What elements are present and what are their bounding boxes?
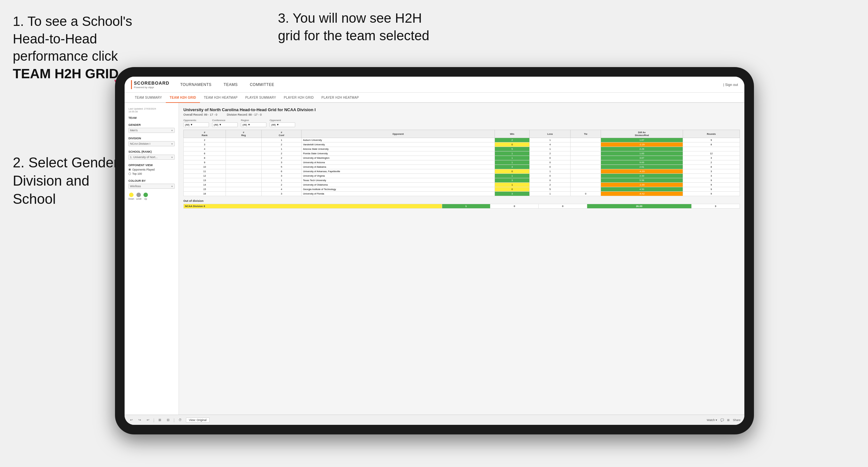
sign-out-link[interactable]: | Sign out: [723, 83, 738, 87]
division-section: Division NCAA Division I: [128, 137, 175, 146]
logo-bar-icon: [131, 80, 132, 89]
opponent-view-label: Opponent View: [128, 163, 175, 167]
cell-loss: 1: [530, 138, 570, 143]
cell-tie: [570, 169, 601, 174]
tab-team-h2h-heatmap[interactable]: TEAM H2H HEATMAP: [200, 93, 242, 103]
legend-level: Level: [136, 193, 142, 200]
cell-win: 2: [495, 138, 529, 143]
col-conf: #Conf: [261, 130, 302, 138]
toolbar-back[interactable]: ↩: [145, 417, 151, 422]
radio-top100[interactable]: Top 100: [128, 172, 175, 175]
col-tie: Tie: [570, 130, 601, 138]
cell-diff: 5.56: [601, 178, 683, 183]
nav-tournaments[interactable]: TOURNAMENTS: [179, 83, 213, 87]
cell-loss: 1: [530, 192, 570, 196]
legend-level-circle: [136, 193, 141, 197]
cell-opponent: University of Arizona: [302, 160, 495, 165]
toolbar-copy[interactable]: ⊞: [157, 417, 163, 422]
cell-reg: [225, 160, 261, 165]
cell-rank: 11: [184, 169, 226, 174]
toolbar-watch[interactable]: Watch ▾: [707, 418, 717, 422]
last-updated: Last Updated: 27/03/2024 16:55:38: [128, 107, 175, 113]
opponent-select[interactable]: (All) ▼: [270, 122, 295, 127]
logo-text: SCOREBOARD: [134, 81, 169, 86]
out-division-row: NCAA Division II 1 0 0 26.00 3: [184, 204, 740, 209]
cell-rounds: 3: [683, 169, 740, 174]
toolbar-share[interactable]: Share: [733, 418, 741, 422]
cell-conf: 3: [261, 160, 302, 165]
school-select[interactable]: 1. University of Nort...: [128, 155, 175, 160]
region-select[interactable]: (All) ▼: [241, 122, 267, 127]
cell-rank: 16: [184, 192, 226, 196]
cell-win: 1: [495, 156, 529, 160]
cell-diff: -2.29: [601, 143, 683, 147]
cell-loss: 1: [530, 147, 570, 151]
cell-tie: [570, 165, 601, 169]
out-of-division-table: NCAA Division II 1 0 0 26.00 3: [183, 204, 740, 209]
cell-conf: 2: [261, 156, 302, 160]
tab-team-summary[interactable]: TEAM SUMMARY: [131, 93, 166, 103]
table-row: 10 5 University of Alabama 3 0 2.61 8: [184, 165, 740, 169]
cell-tie: [570, 138, 601, 143]
cell-rank: 8: [184, 156, 226, 160]
toolbar-clock[interactable]: ⏱: [177, 417, 183, 422]
toolbar-redo[interactable]: ↪: [137, 417, 143, 422]
toolbar-comment[interactable]: 💬: [720, 418, 724, 422]
main-content: Last Updated: 27/03/2024 16:55:38 Team G…: [125, 103, 744, 415]
table-row: 8 2 University of Washington 1 0 3.67 3: [184, 156, 740, 160]
toolbar-view-original[interactable]: View: Original: [186, 417, 209, 423]
cell-loss: 0: [530, 156, 570, 160]
cell-win: 1: [495, 151, 529, 156]
cell-win: 3: [495, 165, 529, 169]
table-row: 14 2 University of Oklahoma 1 2 -1.00 9: [184, 183, 740, 187]
tab-player-h2h-heatmap[interactable]: PLAYER H2H HEATMAP: [317, 93, 363, 103]
cell-rank: 3: [184, 143, 226, 147]
toolbar-undo[interactable]: ↩: [128, 417, 134, 422]
cell-win: 5: [495, 147, 529, 151]
nav-committee[interactable]: COMMITTEE: [249, 83, 276, 87]
cell-win: 1: [495, 174, 529, 178]
grid-title: University of North Carolina Head-to-Hea…: [183, 107, 740, 112]
cell-loss: 0: [530, 178, 570, 183]
opponent-view-section: Opponent View Opponents Played Top 100: [128, 163, 175, 175]
cell-tie: 0: [570, 192, 601, 196]
cell-rounds: 2: [683, 160, 740, 165]
nav-bar: SCOREBOARD Powered by clippi TOURNAMENTS…: [125, 77, 744, 93]
cell-rank: 9: [184, 160, 226, 165]
legend: Down Level Up: [128, 193, 175, 200]
gender-select[interactable]: Men's: [128, 128, 175, 133]
cell-tie: [570, 187, 601, 192]
conference-select[interactable]: (All) ▼: [212, 122, 238, 127]
out-division-loss: 0: [490, 204, 538, 209]
cell-loss: 0: [530, 160, 570, 165]
cell-loss: 1: [530, 169, 570, 174]
out-division-win: 1: [442, 204, 490, 209]
cell-reg: [225, 183, 261, 187]
cell-reg: [225, 147, 261, 151]
cell-opponent: University of Washington: [302, 156, 495, 160]
cell-conf: 2: [261, 183, 302, 187]
legend-down: Down: [128, 193, 134, 200]
toolbar-paste[interactable]: ⊟: [165, 417, 171, 422]
cell-diff: 2.29: [601, 147, 683, 151]
radio-dot-checked: [128, 168, 131, 171]
toolbar-grid-icon[interactable]: ⊞: [727, 418, 730, 422]
division-label: Division: [128, 137, 175, 140]
tab-player-summary[interactable]: PLAYER SUMMARY: [242, 93, 280, 103]
cell-rounds: 8: [683, 143, 740, 147]
tab-player-h2h-grid[interactable]: PLAYER H2H GRID: [280, 93, 317, 103]
out-of-division-section: Out of division NCAA Division II 1 0 0 2…: [183, 199, 740, 209]
colour-by-select[interactable]: Win/loss: [128, 184, 175, 189]
cell-conf: 6: [261, 169, 302, 174]
tab-team-h2h-grid[interactable]: TEAM H2H GRID: [166, 93, 200, 103]
team-label: Team: [128, 116, 175, 120]
division-select[interactable]: NCAA Division I: [128, 141, 175, 146]
cell-reg: [225, 151, 261, 156]
cell-opponent: Arizona State University: [302, 147, 495, 151]
radio-opponents-played[interactable]: Opponents Played: [128, 168, 175, 171]
opponents-select[interactable]: (All) ▼: [183, 122, 209, 127]
filters-row: Opponents: (All) ▼ Conference (All) ▼ Re…: [183, 119, 740, 127]
radio-dot-unchecked: [128, 173, 131, 175]
out-of-division-label: Out of division: [183, 199, 204, 203]
nav-teams[interactable]: TEAMS: [222, 83, 239, 87]
